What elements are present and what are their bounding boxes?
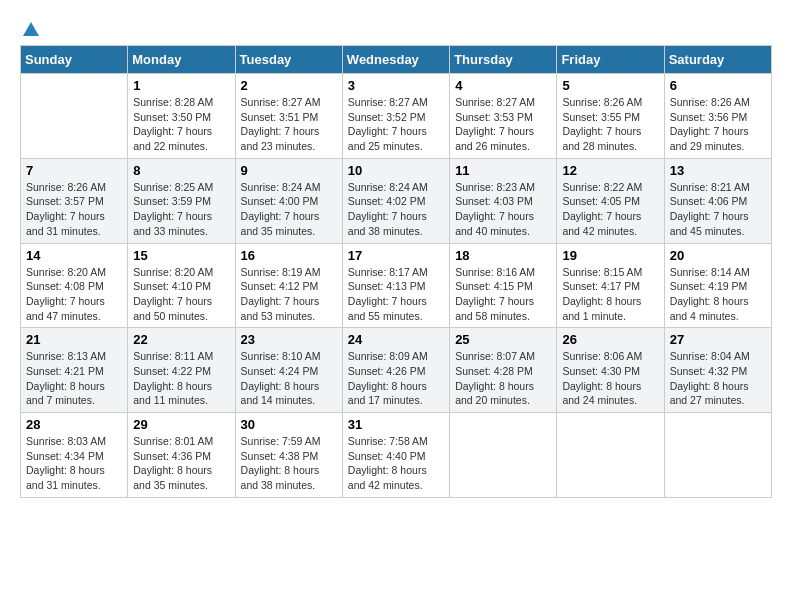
svg-marker-0 xyxy=(23,22,39,36)
week-row-4: 21Sunrise: 8:13 AMSunset: 4:21 PMDayligh… xyxy=(21,328,772,413)
page-header xyxy=(20,20,772,35)
day-number: 9 xyxy=(241,163,337,178)
calendar-cell: 26Sunrise: 8:06 AMSunset: 4:30 PMDayligh… xyxy=(557,328,664,413)
day-info: Sunrise: 8:20 AMSunset: 4:08 PMDaylight:… xyxy=(26,265,122,324)
day-number: 12 xyxy=(562,163,658,178)
calendar-cell: 24Sunrise: 8:09 AMSunset: 4:26 PMDayligh… xyxy=(342,328,449,413)
day-info: Sunrise: 8:17 AMSunset: 4:13 PMDaylight:… xyxy=(348,265,444,324)
calendar-header-row: SundayMondayTuesdayWednesdayThursdayFrid… xyxy=(21,46,772,74)
calendar-cell: 12Sunrise: 8:22 AMSunset: 4:05 PMDayligh… xyxy=(557,158,664,243)
day-info: Sunrise: 8:14 AMSunset: 4:19 PMDaylight:… xyxy=(670,265,766,324)
week-row-3: 14Sunrise: 8:20 AMSunset: 4:08 PMDayligh… xyxy=(21,243,772,328)
logo-icon xyxy=(21,20,41,40)
logo xyxy=(20,20,42,35)
day-info: Sunrise: 8:20 AMSunset: 4:10 PMDaylight:… xyxy=(133,265,229,324)
calendar-cell: 11Sunrise: 8:23 AMSunset: 4:03 PMDayligh… xyxy=(450,158,557,243)
day-number: 10 xyxy=(348,163,444,178)
header-sunday: Sunday xyxy=(21,46,128,74)
calendar-cell: 9Sunrise: 8:24 AMSunset: 4:00 PMDaylight… xyxy=(235,158,342,243)
day-info: Sunrise: 8:09 AMSunset: 4:26 PMDaylight:… xyxy=(348,349,444,408)
day-number: 28 xyxy=(26,417,122,432)
header-saturday: Saturday xyxy=(664,46,771,74)
calendar-cell: 2Sunrise: 8:27 AMSunset: 3:51 PMDaylight… xyxy=(235,74,342,159)
day-info: Sunrise: 8:07 AMSunset: 4:28 PMDaylight:… xyxy=(455,349,551,408)
header-thursday: Thursday xyxy=(450,46,557,74)
day-info: Sunrise: 8:06 AMSunset: 4:30 PMDaylight:… xyxy=(562,349,658,408)
day-info: Sunrise: 8:10 AMSunset: 4:24 PMDaylight:… xyxy=(241,349,337,408)
day-info: Sunrise: 8:23 AMSunset: 4:03 PMDaylight:… xyxy=(455,180,551,239)
day-number: 17 xyxy=(348,248,444,263)
day-number: 3 xyxy=(348,78,444,93)
calendar-cell: 28Sunrise: 8:03 AMSunset: 4:34 PMDayligh… xyxy=(21,413,128,498)
day-info: Sunrise: 8:15 AMSunset: 4:17 PMDaylight:… xyxy=(562,265,658,324)
day-number: 25 xyxy=(455,332,551,347)
header-monday: Monday xyxy=(128,46,235,74)
day-info: Sunrise: 8:04 AMSunset: 4:32 PMDaylight:… xyxy=(670,349,766,408)
day-info: Sunrise: 8:13 AMSunset: 4:21 PMDaylight:… xyxy=(26,349,122,408)
calendar-cell: 23Sunrise: 8:10 AMSunset: 4:24 PMDayligh… xyxy=(235,328,342,413)
day-info: Sunrise: 8:27 AMSunset: 3:52 PMDaylight:… xyxy=(348,95,444,154)
calendar-cell: 27Sunrise: 8:04 AMSunset: 4:32 PMDayligh… xyxy=(664,328,771,413)
calendar-cell: 3Sunrise: 8:27 AMSunset: 3:52 PMDaylight… xyxy=(342,74,449,159)
calendar-cell: 29Sunrise: 8:01 AMSunset: 4:36 PMDayligh… xyxy=(128,413,235,498)
day-number: 2 xyxy=(241,78,337,93)
day-number: 1 xyxy=(133,78,229,93)
day-number: 6 xyxy=(670,78,766,93)
day-info: Sunrise: 8:21 AMSunset: 4:06 PMDaylight:… xyxy=(670,180,766,239)
calendar-cell: 13Sunrise: 8:21 AMSunset: 4:06 PMDayligh… xyxy=(664,158,771,243)
day-info: Sunrise: 8:27 AMSunset: 3:51 PMDaylight:… xyxy=(241,95,337,154)
calendar-cell: 20Sunrise: 8:14 AMSunset: 4:19 PMDayligh… xyxy=(664,243,771,328)
calendar-cell: 19Sunrise: 8:15 AMSunset: 4:17 PMDayligh… xyxy=(557,243,664,328)
calendar-cell: 5Sunrise: 8:26 AMSunset: 3:55 PMDaylight… xyxy=(557,74,664,159)
calendar-cell xyxy=(450,413,557,498)
day-number: 18 xyxy=(455,248,551,263)
week-row-2: 7Sunrise: 8:26 AMSunset: 3:57 PMDaylight… xyxy=(21,158,772,243)
calendar-table: SundayMondayTuesdayWednesdayThursdayFrid… xyxy=(20,45,772,498)
day-number: 14 xyxy=(26,248,122,263)
day-number: 23 xyxy=(241,332,337,347)
day-number: 13 xyxy=(670,163,766,178)
header-tuesday: Tuesday xyxy=(235,46,342,74)
day-number: 21 xyxy=(26,332,122,347)
calendar-cell: 14Sunrise: 8:20 AMSunset: 4:08 PMDayligh… xyxy=(21,243,128,328)
calendar-cell: 1Sunrise: 8:28 AMSunset: 3:50 PMDaylight… xyxy=(128,74,235,159)
day-number: 8 xyxy=(133,163,229,178)
calendar-cell xyxy=(664,413,771,498)
day-info: Sunrise: 8:24 AMSunset: 4:02 PMDaylight:… xyxy=(348,180,444,239)
calendar-cell: 30Sunrise: 7:59 AMSunset: 4:38 PMDayligh… xyxy=(235,413,342,498)
day-number: 26 xyxy=(562,332,658,347)
calendar-cell: 16Sunrise: 8:19 AMSunset: 4:12 PMDayligh… xyxy=(235,243,342,328)
day-number: 30 xyxy=(241,417,337,432)
calendar-cell: 21Sunrise: 8:13 AMSunset: 4:21 PMDayligh… xyxy=(21,328,128,413)
day-info: Sunrise: 7:58 AMSunset: 4:40 PMDaylight:… xyxy=(348,434,444,493)
calendar-cell: 17Sunrise: 8:17 AMSunset: 4:13 PMDayligh… xyxy=(342,243,449,328)
calendar-cell: 7Sunrise: 8:26 AMSunset: 3:57 PMDaylight… xyxy=(21,158,128,243)
calendar-cell: 25Sunrise: 8:07 AMSunset: 4:28 PMDayligh… xyxy=(450,328,557,413)
day-number: 22 xyxy=(133,332,229,347)
calendar-cell: 18Sunrise: 8:16 AMSunset: 4:15 PMDayligh… xyxy=(450,243,557,328)
header-wednesday: Wednesday xyxy=(342,46,449,74)
day-info: Sunrise: 8:03 AMSunset: 4:34 PMDaylight:… xyxy=(26,434,122,493)
day-info: Sunrise: 8:27 AMSunset: 3:53 PMDaylight:… xyxy=(455,95,551,154)
day-number: 4 xyxy=(455,78,551,93)
day-number: 29 xyxy=(133,417,229,432)
day-info: Sunrise: 8:28 AMSunset: 3:50 PMDaylight:… xyxy=(133,95,229,154)
day-info: Sunrise: 8:26 AMSunset: 3:55 PMDaylight:… xyxy=(562,95,658,154)
calendar-cell: 4Sunrise: 8:27 AMSunset: 3:53 PMDaylight… xyxy=(450,74,557,159)
header-friday: Friday xyxy=(557,46,664,74)
day-info: Sunrise: 8:16 AMSunset: 4:15 PMDaylight:… xyxy=(455,265,551,324)
day-number: 11 xyxy=(455,163,551,178)
day-number: 20 xyxy=(670,248,766,263)
calendar-cell: 8Sunrise: 8:25 AMSunset: 3:59 PMDaylight… xyxy=(128,158,235,243)
day-number: 15 xyxy=(133,248,229,263)
day-info: Sunrise: 8:19 AMSunset: 4:12 PMDaylight:… xyxy=(241,265,337,324)
calendar-cell: 22Sunrise: 8:11 AMSunset: 4:22 PMDayligh… xyxy=(128,328,235,413)
calendar-cell: 31Sunrise: 7:58 AMSunset: 4:40 PMDayligh… xyxy=(342,413,449,498)
calendar-cell xyxy=(21,74,128,159)
calendar-cell xyxy=(557,413,664,498)
day-info: Sunrise: 8:11 AMSunset: 4:22 PMDaylight:… xyxy=(133,349,229,408)
day-info: Sunrise: 8:22 AMSunset: 4:05 PMDaylight:… xyxy=(562,180,658,239)
week-row-1: 1Sunrise: 8:28 AMSunset: 3:50 PMDaylight… xyxy=(21,74,772,159)
day-number: 27 xyxy=(670,332,766,347)
day-info: Sunrise: 8:24 AMSunset: 4:00 PMDaylight:… xyxy=(241,180,337,239)
